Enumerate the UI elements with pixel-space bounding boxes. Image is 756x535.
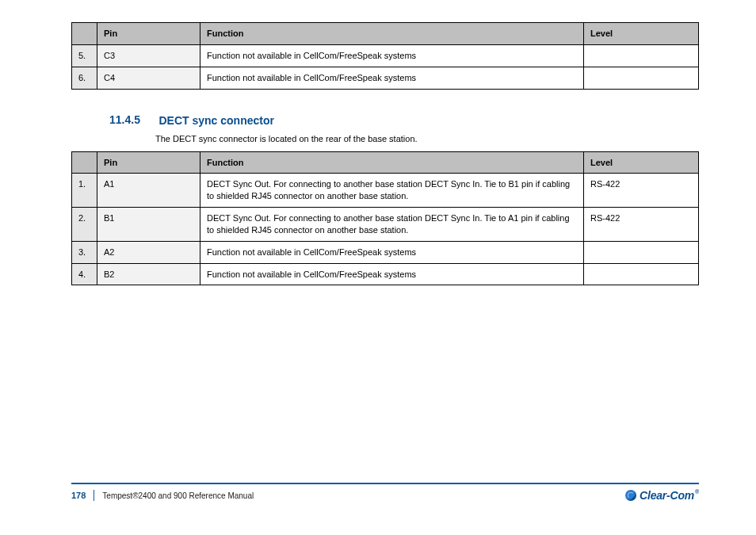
table-row: 1. A1 DECT Sync Out. For connecting to a…	[72, 174, 699, 208]
table-row: 6. C4 Function not available in CellCom/…	[72, 67, 699, 89]
table-row: 4. B2 Function not available in CellCom/…	[72, 263, 699, 285]
footer-divider	[94, 490, 94, 501]
row-num: 3.	[72, 241, 97, 263]
col-blank	[72, 23, 97, 45]
level-cell	[584, 67, 699, 89]
col-function: Function	[200, 151, 584, 174]
table-row: 3. A2 Function not available in CellCom/…	[72, 241, 699, 263]
row-num: 6.	[72, 67, 97, 89]
function-cell: Function not available in CellCom/FreeSp…	[200, 263, 584, 285]
section-description: The DECT sync connector is located on th…	[155, 134, 699, 143]
row-num: 5.	[72, 44, 97, 67]
page-number: 178	[71, 491, 86, 500]
level-cell	[584, 44, 699, 67]
document-title: Tempest®2400 and 900 Reference Manual	[102, 491, 254, 500]
pinout-table-continued: Pin Function Level 5. C3 Function not av…	[71, 22, 699, 90]
table-row: 5. C3 Function not available in CellCom/…	[72, 44, 699, 67]
dect-sync-pinout-table: Pin Function Level 1. A1 DECT Sync Out. …	[71, 151, 699, 286]
row-num: 1.	[72, 174, 97, 208]
col-pin: Pin	[97, 23, 200, 45]
section-heading: 11.4.5 DECT sync connector	[109, 113, 699, 128]
row-num: 2.	[72, 208, 97, 242]
brand-logo-text: Clear-Com®	[640, 489, 699, 502]
col-function: Function	[200, 23, 584, 45]
table-row: 2. B1 DECT Sync Out. For connecting to a…	[72, 208, 699, 242]
function-cell: Function not available in CellCom/FreeSp…	[200, 67, 584, 89]
function-cell: Function not available in CellCom/FreeSp…	[200, 241, 584, 263]
pin-cell: A1	[97, 174, 200, 208]
pin-cell: C4	[97, 67, 200, 89]
level-cell: RS-422	[584, 174, 699, 208]
page-footer: 178 Tempest®2400 and 900 Reference Manua…	[71, 483, 699, 502]
pin-cell: C3	[97, 44, 200, 67]
col-level: Level	[584, 23, 699, 45]
brand-logo: Clear-Com®	[625, 489, 699, 502]
section-number: 11.4.5	[109, 113, 155, 126]
function-cell: DECT Sync Out. For connecting to another…	[200, 174, 584, 208]
col-blank	[72, 151, 97, 174]
level-cell	[584, 263, 699, 285]
pin-cell: B1	[97, 208, 200, 242]
level-cell: RS-422	[584, 208, 699, 242]
col-pin: Pin	[97, 151, 200, 174]
function-cell: Function not available in CellCom/FreeSp…	[200, 44, 584, 67]
col-level: Level	[584, 151, 699, 174]
row-num: 4.	[72, 263, 97, 285]
level-cell	[584, 241, 699, 263]
globe-icon	[625, 490, 636, 501]
section-title: DECT sync connector	[158, 114, 273, 127]
pin-cell: B2	[97, 263, 200, 285]
pin-cell: A2	[97, 241, 200, 263]
footer-rule	[71, 483, 699, 484]
function-cell: DECT Sync Out. For connecting to another…	[200, 208, 584, 242]
